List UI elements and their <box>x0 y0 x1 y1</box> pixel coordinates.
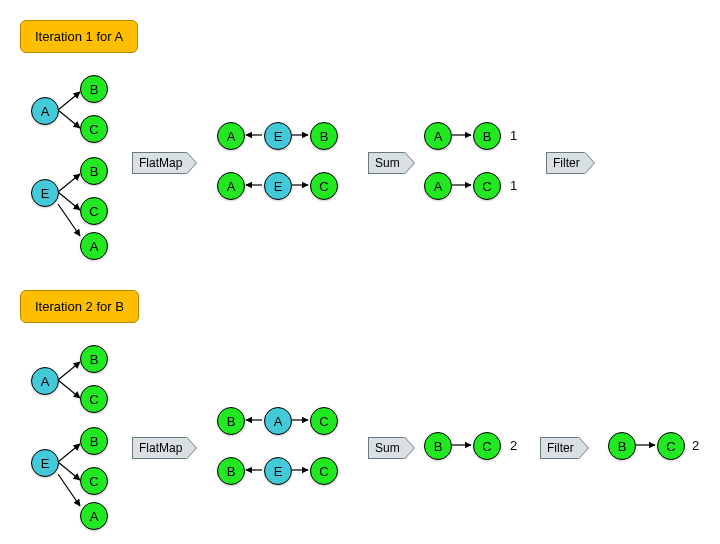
node2-fm2-E: E <box>264 457 292 485</box>
node-root-A: A <box>31 97 59 125</box>
node2-ft-B: B <box>608 432 636 460</box>
svg-line-13 <box>58 444 80 462</box>
node-sm1-B: B <box>473 122 501 150</box>
count2-ft: 2 <box>692 438 699 453</box>
svg-line-1 <box>58 110 80 128</box>
node-child-A2: A <box>80 232 108 260</box>
node-sm1-A: A <box>424 122 452 150</box>
svg-line-15 <box>58 474 80 506</box>
count-sm2: 1 <box>510 178 517 193</box>
node-fm2-C: C <box>310 172 338 200</box>
sum-tag-2: Sum <box>368 437 405 459</box>
svg-line-2 <box>58 174 80 192</box>
iteration-1: Iteration 1 for A A B C E B C A FlatMap … <box>20 20 700 260</box>
node2-sm-C: C <box>473 432 501 460</box>
node-root-E: E <box>31 179 59 207</box>
node2-child-C2: C <box>80 467 108 495</box>
node2-fm2-B: B <box>217 457 245 485</box>
node-fm2-E: E <box>264 172 292 200</box>
iteration-title-2: Iteration 2 for B <box>20 290 139 323</box>
filter-tag-2: Filter <box>540 437 579 459</box>
svg-line-12 <box>58 380 80 398</box>
flatmap-tag-1: FlatMap <box>132 152 187 174</box>
svg-line-0 <box>58 92 80 110</box>
node-child-C2: C <box>80 197 108 225</box>
node-sm2-C: C <box>473 172 501 200</box>
svg-line-14 <box>58 462 80 480</box>
node2-fm2-C: C <box>310 457 338 485</box>
node-fm1-B: B <box>310 122 338 150</box>
node-child-B2: B <box>80 157 108 185</box>
node2-root-E: E <box>31 449 59 477</box>
node-fm1-E: E <box>264 122 292 150</box>
flatmap-tag-2: FlatMap <box>132 437 187 459</box>
svg-line-11 <box>58 362 80 380</box>
node2-root-A: A <box>31 367 59 395</box>
sum-tag-1: Sum <box>368 152 405 174</box>
node2-ft-C: C <box>657 432 685 460</box>
node2-sm-B: B <box>424 432 452 460</box>
node2-fm1-C: C <box>310 407 338 435</box>
svg-line-4 <box>58 204 80 236</box>
iteration-title-1: Iteration 1 for A <box>20 20 138 53</box>
filter-tag-1: Filter <box>546 152 585 174</box>
node-fm2-A: A <box>217 172 245 200</box>
node-sm2-A: A <box>424 172 452 200</box>
links-svg-2 <box>20 290 720 530</box>
node2-child-B2: B <box>80 427 108 455</box>
node-child-B: B <box>80 75 108 103</box>
svg-line-3 <box>58 192 80 210</box>
node-child-C: C <box>80 115 108 143</box>
count2-sm: 2 <box>510 438 517 453</box>
iteration-2: Iteration 2 for B A B C E B C A FlatMap … <box>20 290 700 530</box>
node2-child-A2: A <box>80 502 108 530</box>
links-svg-1 <box>20 20 720 260</box>
node2-fm1-B: B <box>217 407 245 435</box>
node2-child-B: B <box>80 345 108 373</box>
count-sm1: 1 <box>510 128 517 143</box>
node2-child-C: C <box>80 385 108 413</box>
node-fm1-A: A <box>217 122 245 150</box>
node2-fm1-A: A <box>264 407 292 435</box>
